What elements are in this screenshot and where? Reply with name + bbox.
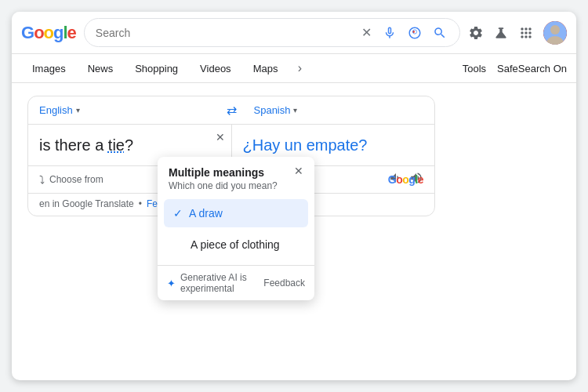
check-icon: ✓ (173, 207, 183, 220)
nav-right: Tools SafeSearch On (463, 63, 567, 74)
nav-tab-videos[interactable]: Videos (189, 58, 242, 79)
logo-e: e (67, 23, 76, 43)
popup-title: Multiple meanings (169, 166, 278, 179)
search-icons: ✕ (360, 24, 448, 42)
safesearch-label: SafeSearch On (497, 63, 567, 74)
popup-header: Multiple meanings Which one did you mean… (158, 157, 314, 194)
settings-button[interactable] (468, 25, 484, 41)
avatar[interactable] (543, 21, 567, 45)
logo-g: G (21, 23, 34, 43)
target-lang-chevron-icon: ▾ (293, 106, 297, 114)
browser-window: Google translate english to spanish ✕ (12, 12, 576, 380)
main-content: English ▾ ⇄ Spanish ▾ is there a tie? ✕ (12, 83, 576, 380)
lens-search-button[interactable] (406, 24, 423, 42)
multiple-meanings-popup: Multiple meanings Which one did you mean… (158, 157, 314, 300)
popup-header-text: Multiple meanings Which one did you mean… (169, 166, 278, 191)
translated-text: ¿Hay un empate? (243, 134, 424, 156)
voice-search-button[interactable] (381, 24, 398, 42)
choose-from-label: Choose from (49, 174, 103, 185)
search-button[interactable] (431, 24, 448, 42)
popup-subtitle: Which one did you mean? (169, 180, 278, 191)
logo-o2: o (44, 23, 53, 43)
google-logo-small: Google (388, 172, 423, 187)
nav-tab-news[interactable]: News (77, 58, 125, 79)
svg-point-2 (550, 25, 560, 34)
nav-bar: Images News Shopping Videos Maps › Tools… (12, 54, 576, 83)
logo-g2: g (53, 23, 63, 43)
popup-footer-left: ✦ Generative AI is experimental (167, 272, 263, 294)
nav-tabs: Images News Shopping Videos Maps › (21, 57, 463, 79)
labs-button[interactable] (493, 25, 509, 41)
target-language-label: Spanish (254, 104, 291, 116)
logo-o1: o (34, 23, 43, 43)
nav-tab-maps[interactable]: Maps (242, 58, 289, 79)
open-in-translate-label: en in Google Translate (39, 198, 134, 209)
popup-options-list: ✓ A draw A piece of clothing (158, 194, 314, 265)
popup-option-label-1: A draw (189, 207, 223, 220)
target-language-selector[interactable]: Spanish ▾ (243, 96, 435, 124)
popup-ai-label: Generative AI is experimental (180, 272, 263, 294)
source-language-selector[interactable]: English ▾ (28, 96, 220, 124)
top-bar: Google translate english to spanish ✕ (12, 12, 576, 54)
popup-option-label-2: A piece of clothing (191, 238, 280, 251)
source-language-label: English (39, 104, 73, 116)
source-word-tie: tie (108, 136, 125, 154)
google-apps-button[interactable] (518, 25, 534, 41)
choose-from-icon: ⤵ (39, 173, 45, 186)
tools-button[interactable]: Tools (463, 63, 486, 74)
source-lang-chevron-icon: ▾ (76, 106, 80, 114)
popup-footer: ✦ Generative AI is experimental Feedback (158, 265, 314, 300)
popup-feedback-link[interactable]: Feedback (263, 278, 305, 289)
swap-languages-button[interactable]: ⇄ (220, 96, 243, 124)
popup-close-button[interactable]: ✕ (294, 165, 303, 177)
search-bar: translate english to spanish ✕ (84, 18, 460, 47)
clear-search-button[interactable]: ✕ (360, 24, 373, 42)
popup-option-piece-of-clothing[interactable]: A piece of clothing (164, 230, 308, 259)
nav-tab-shopping[interactable]: Shopping (124, 58, 189, 79)
popup-option-a-draw[interactable]: ✓ A draw (164, 199, 308, 227)
top-right-controls (468, 21, 567, 45)
google-logo: Google (21, 23, 76, 43)
search-input[interactable]: translate english to spanish (96, 27, 354, 39)
source-text: is there a tie? (39, 134, 220, 156)
nav-tab-images[interactable]: Images (21, 58, 77, 79)
clear-source-text-button[interactable]: ✕ (216, 131, 225, 143)
separator: • (139, 198, 142, 209)
translate-header: English ▾ ⇄ Spanish ▾ (28, 96, 434, 125)
nav-more-button[interactable]: › (289, 57, 310, 79)
ai-star-icon: ✦ (167, 278, 176, 289)
